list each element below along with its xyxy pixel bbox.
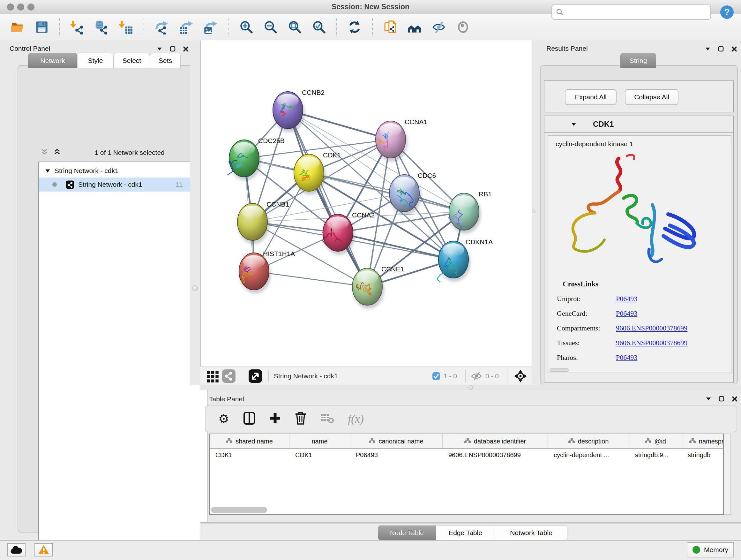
collapse-panel-icon[interactable] xyxy=(157,47,162,51)
network-row-selected[interactable]: String Network - cdk1 11 48 xyxy=(39,178,207,192)
collapse-all-button[interactable]: Collapse All xyxy=(625,89,678,105)
add-icon[interactable] xyxy=(269,413,281,425)
tab-node-table[interactable]: Node Table xyxy=(378,525,436,540)
gene-header[interactable]: CDK1 xyxy=(544,116,733,133)
table-cell[interactable]: CDK1 xyxy=(289,449,350,461)
column-header-description[interactable]: description xyxy=(548,434,629,448)
search-input[interactable] xyxy=(563,8,701,16)
float-panel-icon[interactable] xyxy=(170,46,176,52)
column-header-database-identifier[interactable]: database identifier xyxy=(443,434,548,448)
float-panel-icon[interactable] xyxy=(719,396,724,401)
node-CCNA1[interactable]: CCNA1 xyxy=(376,118,427,162)
crosslink-link[interactable]: P06493 xyxy=(616,354,637,362)
network-collection-row[interactable]: String Network - cdk1 1 xyxy=(39,164,207,178)
column-header-shared-name[interactable]: shared name xyxy=(210,434,289,448)
horizontal-splitter[interactable] xyxy=(200,385,741,390)
selected-checkbox-icon[interactable] xyxy=(432,372,441,380)
table-cell[interactable]: stringdb xyxy=(682,449,724,461)
table-hscrollbar[interactable] xyxy=(211,507,267,513)
node-RB1[interactable]: RB1 xyxy=(449,190,492,234)
expand-all-button[interactable]: Expand All xyxy=(565,89,616,105)
memory-button[interactable]: Memory xyxy=(687,542,734,557)
network-overview-icon[interactable] xyxy=(221,368,237,384)
refresh-icon[interactable] xyxy=(347,19,362,35)
column-header-namespace[interactable]: namespace xyxy=(682,434,724,448)
left-splitter[interactable] xyxy=(190,40,200,385)
edge-CCNB2-CCNE1[interactable] xyxy=(288,110,367,287)
results-hscrollbar[interactable] xyxy=(549,368,569,372)
zoom-selected-icon[interactable] xyxy=(311,19,327,35)
clone-network-icon[interactable] xyxy=(382,19,398,35)
tab-select[interactable]: Select xyxy=(114,53,150,68)
table-cell[interactable]: stringdb:9... xyxy=(629,449,682,461)
node-CCNE1[interactable]: CCNE1 xyxy=(352,265,404,309)
close-panel-icon[interactable] xyxy=(731,46,737,52)
search-icon xyxy=(556,8,563,16)
tab-string[interactable]: String xyxy=(620,53,656,68)
close-panel-icon[interactable] xyxy=(732,396,738,401)
tab-network[interactable]: Network xyxy=(28,53,77,68)
table-cell[interactable]: 9606.ENSP00000378699 xyxy=(443,449,548,461)
node-CDC6[interactable]: CDC6 xyxy=(389,172,436,215)
table-cell[interactable]: CDK1 xyxy=(210,449,289,461)
column-header-@id[interactable]: @id xyxy=(629,434,682,448)
tab-sets[interactable]: Sets xyxy=(150,53,181,68)
export-table-icon[interactable] xyxy=(178,19,194,35)
column-header-name[interactable]: name xyxy=(289,434,350,448)
zoom-in-icon[interactable] xyxy=(238,19,254,35)
gear-icon[interactable]: ⚙ xyxy=(218,413,229,425)
collection-expander-icon[interactable] xyxy=(45,169,50,173)
node-label-CCNB1: CCNB1 xyxy=(266,200,289,208)
network-canvas[interactable]: CCNB2CCNA1CDC25BCDK1CDC6RB1CCNB1CCNA2CDK… xyxy=(200,40,532,367)
crosslink-link[interactable]: P06493 xyxy=(616,295,637,303)
export-image-icon[interactable] xyxy=(202,19,218,35)
export-network-icon[interactable] xyxy=(154,19,170,35)
right-splitter[interactable] xyxy=(532,40,536,385)
expand-all-networks-icon[interactable] xyxy=(53,148,61,157)
collapse-all-networks-icon[interactable] xyxy=(40,148,49,157)
node-HIST1H1A[interactable]: HIST1H1A xyxy=(239,250,295,294)
collapse-panel-icon[interactable] xyxy=(706,397,711,401)
gene-expander-icon[interactable] xyxy=(571,123,576,126)
gene-description: cyclin-dependent kinase 1 xyxy=(556,140,731,148)
help-icon[interactable]: ? xyxy=(719,4,735,20)
table-row[interactable]: CDK1CDK1P064939606.ENSP00000378699cyclin… xyxy=(210,449,723,461)
columns-icon[interactable] xyxy=(243,412,255,426)
column-header-canonical-name[interactable]: canonical name xyxy=(350,434,443,448)
node-CDC25B[interactable]: CDC25B xyxy=(228,137,285,180)
node-CCNA2[interactable]: CCNA2 xyxy=(322,211,375,255)
tab-network-table[interactable]: Network Table xyxy=(495,525,567,540)
tab-edge-table[interactable]: Edge Table xyxy=(436,525,495,540)
table-cell[interactable]: cyclin-dependent ... xyxy=(548,449,629,461)
crosslink-link[interactable]: 9606.ENSP00000378699 xyxy=(616,324,687,332)
import-network-icon[interactable] xyxy=(70,19,85,35)
search-box[interactable] xyxy=(551,4,711,20)
tab-style[interactable]: Style xyxy=(77,53,114,68)
close-panel-icon[interactable] xyxy=(183,46,189,52)
zoom-out-icon[interactable] xyxy=(262,19,278,35)
table-cell[interactable]: P06493 xyxy=(350,449,443,461)
zoom-fit-icon[interactable] xyxy=(286,19,302,35)
import-table-icon[interactable] xyxy=(118,19,134,35)
node-CDKN1A[interactable]: CDKN1A xyxy=(437,238,493,282)
edge-HIST1H1A-CCNE1[interactable] xyxy=(254,271,367,287)
save-session-icon[interactable] xyxy=(34,19,50,35)
import-database-icon[interactable] xyxy=(94,19,110,35)
node-CCNB2[interactable]: CCNB2 xyxy=(273,89,325,132)
first-neighbors-icon[interactable] xyxy=(407,19,422,35)
open-session-icon[interactable] xyxy=(10,19,25,35)
eye-icon[interactable] xyxy=(455,19,471,35)
float-panel-icon[interactable] xyxy=(718,46,724,52)
birdseye-icon[interactable] xyxy=(513,368,529,384)
crosslink-link[interactable]: P06493 xyxy=(616,309,637,318)
cloud-icon[interactable] xyxy=(7,543,25,557)
warning-icon[interactable] xyxy=(35,543,53,557)
grid-view-icon[interactable] xyxy=(205,368,221,384)
crosslink-link[interactable]: 9606.ENSP00000378699 xyxy=(616,339,687,347)
show-hide-icon[interactable] xyxy=(431,19,447,35)
table-vscrollbar[interactable] xyxy=(724,434,731,515)
detach-view-icon[interactable] xyxy=(247,368,263,384)
delete-icon[interactable] xyxy=(295,412,307,426)
collapse-panel-icon[interactable] xyxy=(705,47,711,51)
node-label-CCNB2: CCNB2 xyxy=(302,89,325,96)
